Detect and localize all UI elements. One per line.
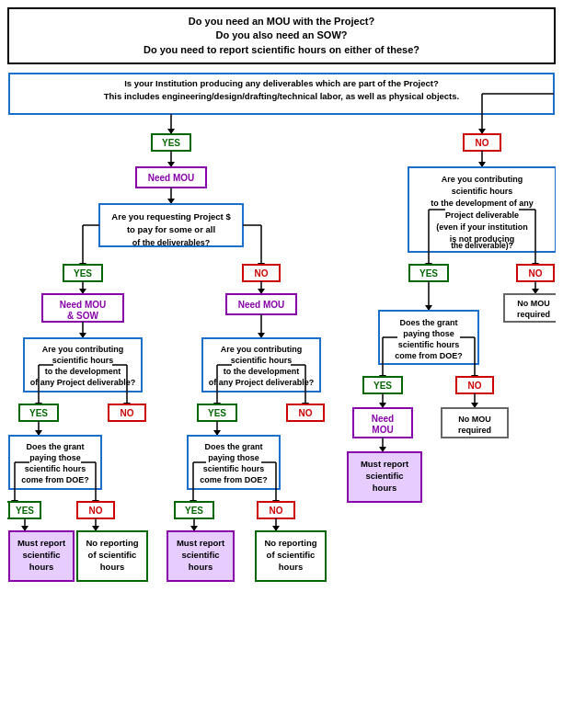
svg-text:YES: YES — [419, 268, 438, 279]
svg-text:YES: YES — [162, 138, 180, 148]
svg-text:NO: NO — [270, 506, 283, 516]
svg-text:hours: hours — [189, 562, 213, 572]
svg-text:to the development of any: to the development of any — [431, 199, 534, 208]
flowchart-svg: Is your Institution producing any delive… — [7, 72, 556, 728]
svg-text:Are you contributing: Are you contributing — [42, 345, 124, 354]
title-line1: Do you need an MOU with the Project? — [15, 15, 548, 28]
svg-text:paying those: paying those — [29, 453, 81, 462]
svg-text:(even if your institution: (even if your institution — [436, 222, 528, 232]
title-box: Do you need an MOU with the Project? Do … — [7, 7, 556, 64]
svg-text:YES: YES — [208, 408, 226, 418]
svg-text:No reporting: No reporting — [86, 538, 139, 548]
svg-text:Is your Institution producing : Is your Institution producing any delive… — [124, 78, 439, 88]
svg-text:Does the grant: Does the grant — [26, 442, 84, 451]
svg-text:scientific hours: scientific hours — [398, 340, 460, 349]
svg-text:scientific hours: scientific hours — [25, 464, 86, 473]
svg-text:NO: NO — [121, 408, 134, 418]
svg-text:Need: Need — [372, 414, 394, 424]
svg-text:Must report: Must report — [361, 459, 409, 469]
svg-text:Does the grant: Does the grant — [399, 318, 457, 327]
svg-text:come from DOE?: come from DOE? — [395, 351, 463, 360]
svg-text:scientific hours: scientific hours — [452, 187, 513, 196]
svg-text:NO: NO — [299, 408, 313, 418]
svg-text:YES: YES — [29, 408, 48, 418]
svg-text:Need MOU: Need MOU — [60, 300, 107, 310]
svg-text:No reporting: No reporting — [265, 538, 317, 548]
svg-text:scientific: scientific — [22, 550, 60, 560]
svg-text:paying those: paying those — [208, 453, 259, 462]
svg-text:No MOU: No MOU — [517, 299, 550, 308]
svg-text:come from DOE?: come from DOE? — [200, 475, 268, 484]
svg-text:scientific: scientific — [181, 550, 219, 560]
svg-text:paying those: paying those — [403, 329, 454, 338]
svg-text:required: required — [517, 310, 550, 319]
title-line2: Do you also need an SOW? — [15, 28, 548, 42]
page: Do you need an MOU with the Project? Do … — [0, 0, 563, 728]
svg-text:scientific hours: scientific hours — [231, 356, 293, 365]
svg-text:NO: NO — [89, 506, 103, 516]
svg-text:Are you requesting Project $: Are you requesting Project $ — [111, 211, 231, 222]
svg-text:Need MOU: Need MOU — [148, 173, 195, 183]
svg-text:come from DOE?: come from DOE? — [21, 475, 89, 484]
svg-text:& SOW: & SOW — [67, 311, 98, 321]
svg-text:hours: hours — [100, 562, 124, 572]
svg-text:to the development: to the development — [45, 367, 121, 376]
svg-text:scientific hours: scientific hours — [203, 464, 265, 473]
svg-text:YES: YES — [16, 506, 34, 516]
svg-text:YES: YES — [185, 506, 203, 516]
svg-text:scientific: scientific — [365, 471, 403, 481]
svg-text:hours: hours — [29, 562, 53, 572]
svg-text:hours: hours — [373, 483, 396, 493]
svg-text:Need MOU: Need MOU — [238, 300, 285, 310]
svg-text:NO: NO — [476, 138, 489, 148]
svg-text:of scientific: of scientific — [267, 550, 316, 560]
title-line3: Do you need to report scientific hours o… — [15, 43, 548, 57]
svg-text:of scientific: of scientific — [88, 550, 137, 560]
svg-text:hours: hours — [279, 562, 303, 572]
svg-text:of any Project deliverable?: of any Project deliverable? — [30, 378, 136, 387]
svg-text:Must report: Must report — [17, 538, 66, 548]
svg-text:MOU: MOU — [372, 425, 393, 435]
svg-text:Must report: Must report — [177, 538, 225, 548]
svg-text:scientific hours: scientific hours — [52, 356, 114, 365]
svg-text:NO: NO — [529, 268, 543, 279]
svg-text:This includes engineering/desi: This includes engineering/design/draftin… — [104, 91, 459, 101]
svg-text:required: required — [458, 426, 491, 435]
svg-text:of the deliverables?: of the deliverables? — [132, 238, 211, 247]
svg-text:Does the grant: Does the grant — [204, 442, 262, 451]
svg-text:NO: NO — [468, 381, 482, 391]
svg-text:to pay for some or all: to pay for some or all — [127, 224, 215, 234]
svg-text:YES: YES — [74, 268, 92, 279]
svg-text:of any Project deliverable?: of any Project deliverable? — [209, 378, 315, 387]
svg-text:Are you contributing: Are you contributing — [442, 175, 523, 184]
svg-text:Project deliverable: Project deliverable — [445, 210, 519, 220]
svg-text:YES: YES — [373, 381, 392, 391]
svg-text:No MOU: No MOU — [458, 415, 491, 424]
svg-text:to the development: to the development — [224, 367, 300, 376]
svg-text:the deliverable)?: the deliverable)? — [451, 241, 513, 250]
svg-text:Are you contributing: Are you contributing — [221, 345, 303, 354]
svg-text:NO: NO — [255, 268, 269, 279]
